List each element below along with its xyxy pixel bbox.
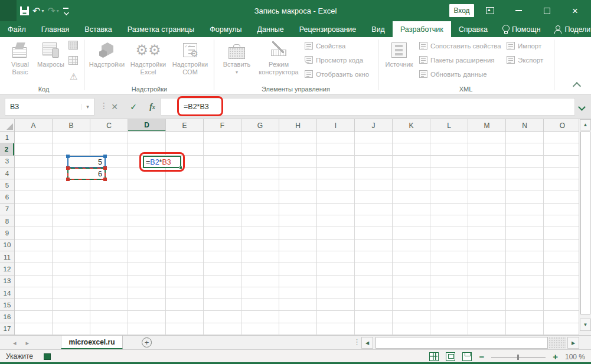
row-header-8[interactable]: 8 bbox=[0, 215, 14, 227]
row-header-13[interactable]: 13 bbox=[0, 276, 14, 287]
expansion-packs-button[interactable]: Пакеты расширения bbox=[419, 56, 495, 64]
properties-button[interactable]: Свойства bbox=[305, 42, 346, 50]
zoom-slider[interactable] bbox=[491, 353, 546, 361]
new-sheet-icon[interactable]: + bbox=[142, 337, 152, 347]
zoom-in-icon[interactable]: + bbox=[553, 352, 558, 362]
excel-app-icon[interactable] bbox=[0, 0, 17, 21]
column-header-F[interactable]: F bbox=[204, 119, 241, 132]
column-header-L[interactable]: L bbox=[430, 119, 468, 132]
name-box-dropdown-icon[interactable]: ▾ bbox=[81, 104, 94, 110]
prev-sheet-icon[interactable]: ◂ bbox=[13, 339, 17, 347]
cell-B3[interactable]: 6 bbox=[67, 168, 106, 180]
relative-references-button[interactable] bbox=[68, 56, 78, 65]
fill-handle[interactable] bbox=[179, 166, 182, 169]
com-addins-button[interactable]: ⚙ Надстройки COM bbox=[170, 40, 210, 76]
name-box[interactable]: B3 ▾ bbox=[5, 98, 94, 116]
hscroll-divider[interactable]: ⋮ bbox=[353, 337, 361, 346]
ribbon-display-options-icon[interactable] bbox=[476, 0, 504, 21]
column-header-J[interactable]: J bbox=[355, 119, 393, 132]
normal-view-icon[interactable] bbox=[429, 352, 439, 361]
view-code-button[interactable]: Просмотр кода bbox=[305, 56, 363, 64]
formula-input[interactable]: =B2*B3 bbox=[161, 98, 575, 116]
tab-разметка-страницы[interactable]: Разметка страницы bbox=[120, 21, 202, 37]
tab-рецензирование[interactable]: Рецензирование bbox=[292, 21, 364, 37]
macro-security-button[interactable]: ⚠ bbox=[70, 71, 77, 82]
row-header-15[interactable]: 15 bbox=[0, 299, 14, 311]
horizontal-scroll-thumb[interactable] bbox=[376, 337, 548, 349]
sheet-tab-active[interactable]: microexcel.ru bbox=[61, 336, 123, 349]
maximize-icon[interactable] bbox=[533, 0, 561, 21]
select-all-corner[interactable] bbox=[0, 119, 15, 132]
addins-button[interactable]: Надстройки bbox=[87, 40, 126, 68]
row-header-7[interactable]: 7 bbox=[0, 204, 14, 215]
column-header-I[interactable]: I bbox=[317, 119, 355, 132]
column-header-D[interactable]: D bbox=[128, 119, 166, 132]
cells-canvas[interactable]: 5 6 =B2*B3 bbox=[15, 132, 579, 335]
source-button[interactable]: Источник bbox=[381, 40, 417, 68]
horizontal-scroll-track[interactable] bbox=[548, 337, 566, 349]
vertical-scrollbar[interactable]: ▲ ▼ bbox=[579, 119, 591, 335]
tab-справка[interactable]: Справка bbox=[451, 21, 495, 37]
column-header-O[interactable]: O bbox=[544, 119, 579, 132]
row-header-3[interactable]: 3 bbox=[0, 156, 14, 168]
expand-formula-bar-icon[interactable] bbox=[578, 103, 586, 111]
tab-формулы[interactable]: Формулы bbox=[202, 21, 249, 37]
row-header-2[interactable]: 2 bbox=[0, 143, 14, 155]
row-header-9[interactable]: 9 bbox=[0, 227, 14, 239]
row-header-5[interactable]: 5 bbox=[0, 179, 14, 191]
scroll-up-icon[interactable]: ▲ bbox=[580, 119, 591, 130]
tab-файл[interactable]: Файл bbox=[0, 21, 34, 37]
column-header-M[interactable]: M bbox=[468, 119, 506, 132]
tab-вставка[interactable]: Вставка bbox=[77, 21, 119, 37]
page-layout-view-icon[interactable] bbox=[446, 352, 455, 361]
share-entry[interactable]: Поделиться bbox=[547, 21, 591, 37]
map-properties-button[interactable]: Сопоставить свойства bbox=[419, 42, 501, 50]
visual-basic-button[interactable]: Visual Basic bbox=[6, 40, 34, 76]
column-header-B[interactable]: B bbox=[53, 119, 90, 132]
customize-qat-icon[interactable] bbox=[63, 7, 70, 14]
column-header-K[interactable]: K bbox=[393, 119, 430, 132]
tab-главная[interactable]: Главная bbox=[34, 21, 77, 37]
page-break-view-icon[interactable] bbox=[462, 352, 472, 361]
column-header-N[interactable]: N bbox=[506, 119, 544, 132]
refresh-data-button[interactable]: Обновить данные bbox=[419, 70, 487, 78]
enter-icon[interactable]: ✓ bbox=[125, 98, 142, 116]
tab-разработчик[interactable]: Разработчик bbox=[393, 21, 451, 37]
export-button[interactable]: Экспорт bbox=[507, 56, 543, 64]
stop-recording-icon[interactable] bbox=[44, 353, 51, 360]
tab-вид[interactable]: Вид bbox=[364, 21, 393, 37]
insert-function-icon[interactable]: fx bbox=[144, 98, 161, 116]
zoom-out-icon[interactable]: − bbox=[479, 352, 484, 362]
undo-icon[interactable]: ↶▾ bbox=[32, 5, 44, 17]
cell-B2[interactable]: 5 bbox=[67, 156, 106, 168]
sign-in-button[interactable]: Вход bbox=[449, 4, 474, 17]
column-header-E[interactable]: E bbox=[166, 119, 204, 132]
design-mode-button[interactable]: Режим конструктора bbox=[256, 40, 301, 76]
import-button[interactable]: Импорт bbox=[507, 42, 541, 50]
collapse-ribbon-icon[interactable] bbox=[573, 82, 581, 90]
row-header-1[interactable]: 1 bbox=[0, 132, 14, 143]
column-header-G[interactable]: G bbox=[241, 119, 279, 132]
show-window-button[interactable]: Отобразить окно bbox=[305, 70, 369, 78]
macros-button[interactable]: Макросы bbox=[35, 40, 66, 68]
assistant-entry[interactable]: Помощн bbox=[495, 21, 547, 37]
column-header-H[interactable]: H bbox=[279, 119, 317, 132]
save-icon[interactable] bbox=[20, 6, 29, 15]
row-header-4[interactable]: 4 bbox=[0, 168, 14, 179]
scroll-right-icon[interactable]: ▶ bbox=[567, 337, 579, 349]
column-header-A[interactable]: A bbox=[15, 119, 53, 132]
cell-D2[interactable]: =B2*B3 bbox=[143, 156, 181, 168]
scroll-left-icon[interactable]: ◀ bbox=[361, 337, 373, 349]
row-header-16[interactable]: 16 bbox=[0, 311, 14, 323]
next-sheet-icon[interactable]: ▸ bbox=[26, 339, 30, 347]
vertical-scroll-thumb[interactable] bbox=[580, 132, 590, 314]
row-header-17[interactable]: 17 bbox=[0, 323, 14, 335]
row-header-6[interactable]: 6 bbox=[0, 191, 14, 203]
row-header-12[interactable]: 12 bbox=[0, 263, 14, 275]
row-header-11[interactable]: 11 bbox=[0, 251, 14, 263]
record-macro-button[interactable] bbox=[68, 41, 78, 50]
insert-control-button[interactable]: Вставить ▾ bbox=[220, 40, 254, 76]
close-icon[interactable]: × bbox=[561, 0, 589, 21]
row-header-10[interactable]: 10 bbox=[0, 240, 14, 251]
scroll-down-icon[interactable]: ▼ bbox=[580, 319, 591, 331]
